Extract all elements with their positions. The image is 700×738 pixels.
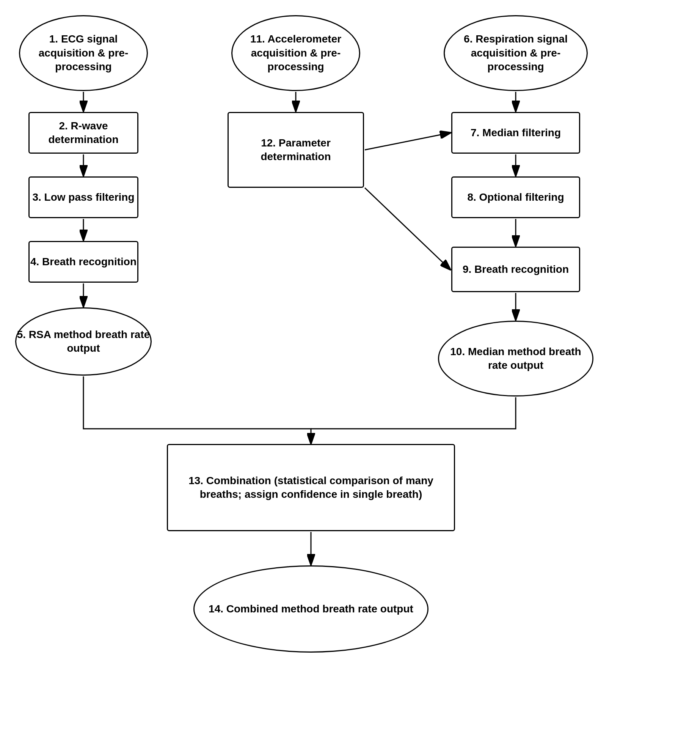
node-9-breath-recognition: 9. Breath recognition: [451, 247, 580, 292]
node-5-rsa-output: 5. RSA method breath rate output: [15, 307, 152, 376]
node-8-optional-filtering: 8. Optional filtering: [451, 176, 580, 218]
node-2-rwave: 2. R-wave determination: [28, 112, 138, 154]
node-6-respiration: 6. Respiration signal acquisition & pre-…: [444, 15, 588, 91]
node-1-ecg-acquisition: 1. ECG signal acquisition & pre-processi…: [19, 15, 148, 91]
node-11-accelerometer: 11. Accelerometer acquisition & pre-proc…: [231, 15, 360, 91]
svg-line-10: [365, 133, 450, 150]
node-12-parameter: 12. Parameter determination: [228, 112, 364, 188]
flowchart-diagram: 1. ECG signal acquisition & pre-processi…: [0, 0, 700, 738]
node-7-median-filtering: 7. Median filtering: [451, 112, 580, 154]
node-4-breath-recognition: 4. Breath recognition: [28, 241, 138, 283]
node-10-median-output: 10. Median method breath rate output: [438, 321, 593, 397]
node-14-combined-output: 14. Combined method breath rate output: [193, 565, 428, 653]
node-13-combination: 13. Combination (statistical comparison …: [167, 444, 455, 531]
node-3-lowpass: 3. Low pass filtering: [28, 176, 138, 218]
svg-line-11: [365, 188, 450, 269]
